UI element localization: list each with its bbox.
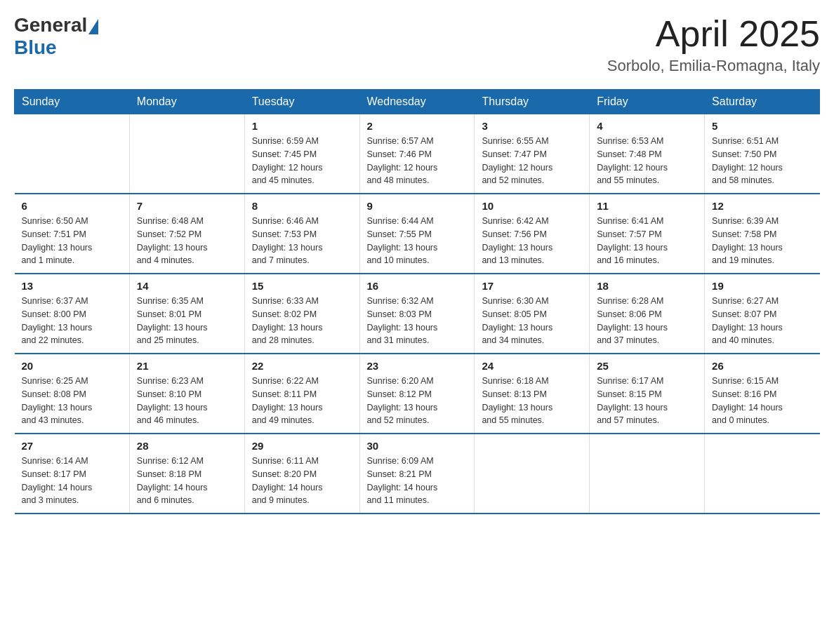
day-number: 28 [137,440,237,452]
day-info: Sunrise: 6:39 AM Sunset: 7:58 PM Dayligh… [712,215,812,267]
calendar-cell: 25Sunrise: 6:17 AM Sunset: 8:15 PM Dayli… [590,354,705,434]
day-info: Sunrise: 6:17 AM Sunset: 8:15 PM Dayligh… [597,375,697,427]
day-number: 6 [22,200,122,212]
day-info: Sunrise: 6:59 AM Sunset: 7:45 PM Dayligh… [252,135,352,187]
calendar-cell: 20Sunrise: 6:25 AM Sunset: 8:08 PM Dayli… [15,354,130,434]
day-number: 5 [712,120,812,132]
calendar-week-row: 27Sunrise: 6:14 AM Sunset: 8:17 PM Dayli… [15,434,820,514]
calendar-cell: 28Sunrise: 6:12 AM Sunset: 8:18 PM Dayli… [129,434,244,514]
day-info: Sunrise: 6:30 AM Sunset: 8:05 PM Dayligh… [482,295,582,347]
calendar-week-row: 6Sunrise: 6:50 AM Sunset: 7:51 PM Daylig… [15,194,820,274]
calendar-cell: 21Sunrise: 6:23 AM Sunset: 8:10 PM Dayli… [129,354,244,434]
day-info: Sunrise: 6:37 AM Sunset: 8:00 PM Dayligh… [22,295,122,347]
day-info: Sunrise: 6:14 AM Sunset: 8:17 PM Dayligh… [22,455,122,507]
logo-triangle-icon [88,19,98,34]
day-info: Sunrise: 6:09 AM Sunset: 8:21 PM Dayligh… [367,455,468,507]
location-subtitle: Sorbolo, Emilia-Romagna, Italy [607,57,820,75]
calendar-cell: 30Sunrise: 6:09 AM Sunset: 8:21 PM Dayli… [359,434,475,514]
calendar-cell: 22Sunrise: 6:22 AM Sunset: 8:11 PM Dayli… [244,354,359,434]
calendar-cell [475,434,590,514]
calendar-week-row: 13Sunrise: 6:37 AM Sunset: 8:00 PM Dayli… [15,274,820,354]
page-header: General Blue April 2025 Sorbolo, Emilia-… [14,14,820,75]
day-number: 13 [22,280,122,292]
day-info: Sunrise: 6:42 AM Sunset: 7:56 PM Dayligh… [482,215,582,267]
day-info: Sunrise: 6:50 AM Sunset: 7:51 PM Dayligh… [22,215,122,267]
calendar-cell: 14Sunrise: 6:35 AM Sunset: 8:01 PM Dayli… [129,274,244,354]
day-number: 30 [367,440,468,452]
day-number: 4 [597,120,697,132]
day-info: Sunrise: 6:44 AM Sunset: 7:55 PM Dayligh… [367,215,468,267]
weekday-header-wednesday: Wednesday [359,90,475,114]
calendar-cell [705,434,820,514]
day-info: Sunrise: 6:20 AM Sunset: 8:12 PM Dayligh… [367,375,468,427]
calendar-table: SundayMondayTuesdayWednesdayThursdayFrid… [14,89,820,514]
calendar-cell: 9Sunrise: 6:44 AM Sunset: 7:55 PM Daylig… [359,194,475,274]
day-info: Sunrise: 6:25 AM Sunset: 8:08 PM Dayligh… [22,375,122,427]
day-info: Sunrise: 6:27 AM Sunset: 8:07 PM Dayligh… [712,295,812,347]
day-info: Sunrise: 6:18 AM Sunset: 8:13 PM Dayligh… [482,375,582,427]
calendar-cell: 3Sunrise: 6:55 AM Sunset: 7:47 PM Daylig… [475,114,590,194]
day-number: 24 [482,360,582,372]
calendar-body: 1Sunrise: 6:59 AM Sunset: 7:45 PM Daylig… [15,114,820,514]
calendar-cell: 6Sunrise: 6:50 AM Sunset: 7:51 PM Daylig… [15,194,130,274]
day-number: 18 [597,280,697,292]
calendar-cell: 13Sunrise: 6:37 AM Sunset: 8:00 PM Dayli… [15,274,130,354]
calendar-cell: 5Sunrise: 6:51 AM Sunset: 7:50 PM Daylig… [705,114,820,194]
day-number: 26 [712,360,812,372]
day-info: Sunrise: 6:33 AM Sunset: 8:02 PM Dayligh… [252,295,352,347]
day-number: 29 [252,440,352,452]
day-number: 22 [252,360,352,372]
calendar-cell [15,114,130,194]
day-info: Sunrise: 6:41 AM Sunset: 7:57 PM Dayligh… [597,215,697,267]
calendar-cell: 10Sunrise: 6:42 AM Sunset: 7:56 PM Dayli… [475,194,590,274]
day-info: Sunrise: 6:23 AM Sunset: 8:10 PM Dayligh… [137,375,237,427]
day-info: Sunrise: 6:32 AM Sunset: 8:03 PM Dayligh… [367,295,468,347]
day-number: 3 [482,120,582,132]
calendar-cell: 2Sunrise: 6:57 AM Sunset: 7:46 PM Daylig… [359,114,475,194]
day-number: 14 [137,280,237,292]
calendar-cell: 4Sunrise: 6:53 AM Sunset: 7:48 PM Daylig… [590,114,705,194]
day-number: 7 [137,200,237,212]
month-title: April 2025 [607,14,820,54]
day-info: Sunrise: 6:28 AM Sunset: 8:06 PM Dayligh… [597,295,697,347]
day-number: 17 [482,280,582,292]
day-number: 20 [22,360,122,372]
calendar-cell: 17Sunrise: 6:30 AM Sunset: 8:05 PM Dayli… [475,274,590,354]
day-number: 2 [367,120,468,132]
day-number: 25 [597,360,697,372]
day-info: Sunrise: 6:51 AM Sunset: 7:50 PM Dayligh… [712,135,812,187]
day-number: 12 [712,200,812,212]
calendar-cell: 24Sunrise: 6:18 AM Sunset: 8:13 PM Dayli… [475,354,590,434]
day-number: 27 [22,440,122,452]
day-number: 23 [367,360,468,372]
day-info: Sunrise: 6:11 AM Sunset: 8:20 PM Dayligh… [252,455,352,507]
day-number: 8 [252,200,352,212]
calendar-cell: 1Sunrise: 6:59 AM Sunset: 7:45 PM Daylig… [244,114,359,194]
day-number: 1 [252,120,352,132]
weekday-header-monday: Monday [129,90,244,114]
calendar-cell: 23Sunrise: 6:20 AM Sunset: 8:12 PM Dayli… [359,354,475,434]
weekday-header-row: SundayMondayTuesdayWednesdayThursdayFrid… [15,90,820,114]
calendar-cell: 27Sunrise: 6:14 AM Sunset: 8:17 PM Dayli… [15,434,130,514]
weekday-header-sunday: Sunday [15,90,130,114]
day-info: Sunrise: 6:46 AM Sunset: 7:53 PM Dayligh… [252,215,352,267]
day-number: 19 [712,280,812,292]
logo: General Blue [14,14,98,59]
calendar-cell: 12Sunrise: 6:39 AM Sunset: 7:58 PM Dayli… [705,194,820,274]
calendar-cell: 26Sunrise: 6:15 AM Sunset: 8:16 PM Dayli… [705,354,820,434]
day-number: 21 [137,360,237,372]
logo-blue-text: Blue [14,36,57,59]
calendar-cell [129,114,244,194]
day-number: 10 [482,200,582,212]
weekday-header-friday: Friday [590,90,705,114]
day-info: Sunrise: 6:22 AM Sunset: 8:11 PM Dayligh… [252,375,352,427]
calendar-week-row: 20Sunrise: 6:25 AM Sunset: 8:08 PM Dayli… [15,354,820,434]
day-info: Sunrise: 6:15 AM Sunset: 8:16 PM Dayligh… [712,375,812,427]
calendar-cell: 18Sunrise: 6:28 AM Sunset: 8:06 PM Dayli… [590,274,705,354]
weekday-header-tuesday: Tuesday [244,90,359,114]
day-info: Sunrise: 6:35 AM Sunset: 8:01 PM Dayligh… [137,295,237,347]
calendar-cell: 11Sunrise: 6:41 AM Sunset: 7:57 PM Dayli… [590,194,705,274]
calendar-cell: 7Sunrise: 6:48 AM Sunset: 7:52 PM Daylig… [129,194,244,274]
calendar-cell: 15Sunrise: 6:33 AM Sunset: 8:02 PM Dayli… [244,274,359,354]
day-number: 16 [367,280,468,292]
